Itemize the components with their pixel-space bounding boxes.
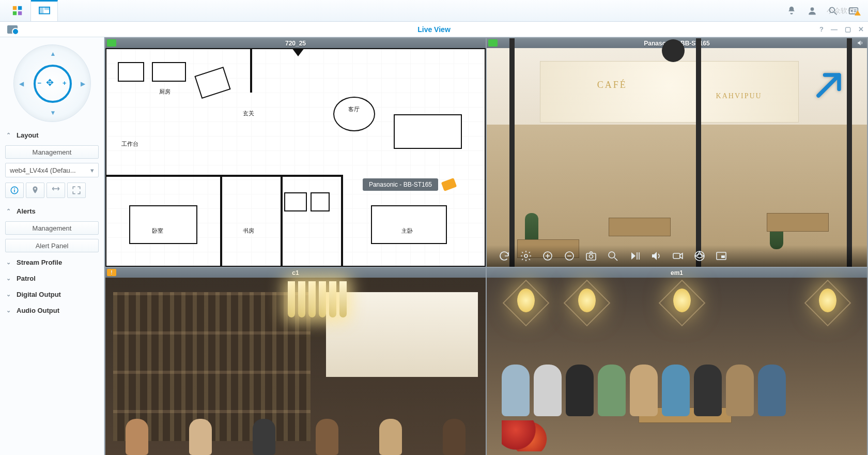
svg-point-17 <box>34 188 36 189</box>
ov-aperture-icon[interactable] <box>693 250 706 262</box>
layout-location-button[interactable] <box>26 183 44 198</box>
ptz-control[interactable]: ▲ ▼ ◀ ▶ − + ✥ <box>13 44 91 122</box>
ov-zoom-in-icon[interactable] <box>541 250 554 262</box>
svg-point-19 <box>524 254 528 257</box>
floorplan-label: 书房 <box>243 227 254 235</box>
floorplan-camera-marker[interactable]: Panasonic - BB-ST165 <box>363 178 456 191</box>
floorplan-label: 主卧 <box>401 227 413 235</box>
window-titlebar: Live View ? — ▢ ✕ <box>0 22 868 37</box>
ov-volume-icon[interactable] <box>650 250 662 262</box>
svg-point-32 <box>695 251 704 261</box>
svg-point-27 <box>609 252 615 258</box>
tile-c1-title: c1 <box>292 269 299 277</box>
status-badge-warn-icon: ! <box>107 269 116 276</box>
svg-rect-2 <box>12 11 16 14</box>
svg-rect-1 <box>18 6 21 9</box>
svg-point-7 <box>811 7 814 11</box>
svg-rect-31 <box>673 253 680 259</box>
section-layout-label: Layout <box>17 131 39 139</box>
cafe-window-text-left: CAFÉ <box>597 80 627 90</box>
svg-point-26 <box>590 255 593 259</box>
section-patrol-label: Patrol <box>17 275 36 282</box>
layout-fullscreen-button[interactable] <box>67 183 86 198</box>
floorplan-label: 工作台 <box>121 140 138 148</box>
tile-c1-header: ! c1 <box>105 268 486 278</box>
section-stream-profile-header[interactable]: ⌄Stream Profile <box>0 254 104 270</box>
layout-info-button[interactable] <box>5 183 24 198</box>
toolbar-warning-icon <box>855 10 861 16</box>
audio-icon[interactable] <box>857 39 864 48</box>
ov-zoom-out-icon[interactable] <box>563 250 576 262</box>
toolbar-liveview-button[interactable] <box>31 0 58 21</box>
floorplan-label: 卧室 <box>152 227 163 235</box>
toolbar-notifications-icon[interactable] <box>781 0 802 21</box>
svg-rect-3 <box>18 11 21 14</box>
section-layout-header[interactable]: ⌃Layout <box>0 127 104 143</box>
tile-cafe-toolbar <box>487 245 867 267</box>
camera-feed-cafe: CAFÉ KAHVIPUU <box>487 48 867 267</box>
overlay-arrow-icon <box>813 70 844 102</box>
layout-stretch-button[interactable] <box>47 183 65 198</box>
svg-rect-6 <box>44 7 50 10</box>
layout-select-value: web4_LV4x4 (Defau... <box>10 166 76 174</box>
tile-c1[interactable]: ! c1 <box>105 268 486 455</box>
sidebar: ▲ ▼ ◀ ▶ − + ✥ ⌃Layout Management web4_LV… <box>0 37 104 455</box>
svg-point-8 <box>829 7 834 12</box>
svg-rect-15 <box>14 190 15 192</box>
svg-line-28 <box>614 257 617 261</box>
ov-playpause-icon[interactable] <box>628 250 641 262</box>
ov-settings-icon[interactable] <box>520 250 532 262</box>
chevron-down-icon: ▾ <box>90 166 94 174</box>
floorplan-label: 玄关 <box>243 110 254 117</box>
tile-floorplan[interactable]: 720_25 <box>105 38 486 267</box>
tile-cafe[interactable]: Panasonic - BB-ST165 CAFÉ KAHVIPUU <box>487 38 867 267</box>
toolbar-search-icon[interactable] <box>823 0 843 21</box>
section-patrol-header[interactable]: ⌄Patrol <box>0 270 104 286</box>
status-badge-ok-icon <box>488 39 498 47</box>
floorplan-label: 厨房 <box>159 88 171 96</box>
tile-em1[interactable]: em1 <box>487 268 867 455</box>
ptz-up-icon[interactable]: ▲ <box>50 50 56 57</box>
toolbar-dashboard-button[interactable] <box>4 0 31 21</box>
camera-feed-c1 <box>105 278 486 455</box>
ov-snapshot-icon[interactable] <box>585 250 597 262</box>
ptz-left-icon[interactable]: ◀ <box>19 80 24 87</box>
toolbar-user-icon[interactable] <box>802 0 823 21</box>
alerts-management-button[interactable]: Management <box>5 221 99 235</box>
section-digital-output-label: Digital Output <box>17 291 61 298</box>
tile-em1-header: em1 <box>487 268 867 278</box>
ptz-home-icon[interactable]: ✥ <box>46 77 54 88</box>
section-stream-profile-label: Stream Profile <box>17 259 62 266</box>
tile-floorplan-header: 720_25 <box>105 38 486 48</box>
svg-rect-16 <box>14 188 15 189</box>
section-audio-output-header[interactable]: ⌄Audio Output <box>0 302 104 318</box>
ov-pip-icon[interactable] <box>715 250 727 262</box>
section-audio-output-label: Audio Output <box>17 307 59 314</box>
ov-record-icon[interactable] <box>672 250 684 262</box>
alerts-panel-button[interactable]: Alert Panel <box>5 239 99 252</box>
ptz-down-icon[interactable]: ▼ <box>50 109 56 116</box>
ptz-zoom-out-icon[interactable]: − <box>38 79 42 87</box>
svg-rect-34 <box>721 255 725 258</box>
section-digital-output-header[interactable]: ⌄Digital Output <box>0 286 104 302</box>
svg-point-11 <box>851 10 853 11</box>
camera-icon <box>441 178 457 191</box>
ptz-zoom-in-icon[interactable]: + <box>63 79 67 87</box>
ptz-right-icon[interactable]: ▶ <box>81 80 85 87</box>
camera-feed-em1 <box>487 278 867 455</box>
section-alerts-header[interactable]: ⌃Alerts <box>0 203 104 219</box>
window-title: Live View <box>0 25 868 34</box>
cafe-window-text-right: KAHVIPUU <box>716 92 762 100</box>
toolbar-card-icon[interactable] <box>843 0 864 21</box>
ov-refresh-icon[interactable] <box>498 250 510 262</box>
floorplan-label: 客厅 <box>348 105 360 113</box>
svg-rect-0 <box>12 6 16 9</box>
ov-magnify-icon[interactable] <box>607 250 619 262</box>
layout-management-button[interactable]: Management <box>5 145 99 159</box>
floorplan-camera-label: Panasonic - BB-ST165 <box>363 178 438 191</box>
section-alerts-label: Alerts <box>17 207 36 215</box>
svg-rect-5 <box>39 7 43 14</box>
status-badge-ok-icon <box>107 39 116 47</box>
floorplan-canvas[interactable]: 厨房 玄关 客厅 卧室 主卧 书房 工作台 Panasonic - BB-ST1… <box>105 48 486 267</box>
layout-select[interactable]: web4_LV4x4 (Defau... ▾ <box>5 163 99 177</box>
